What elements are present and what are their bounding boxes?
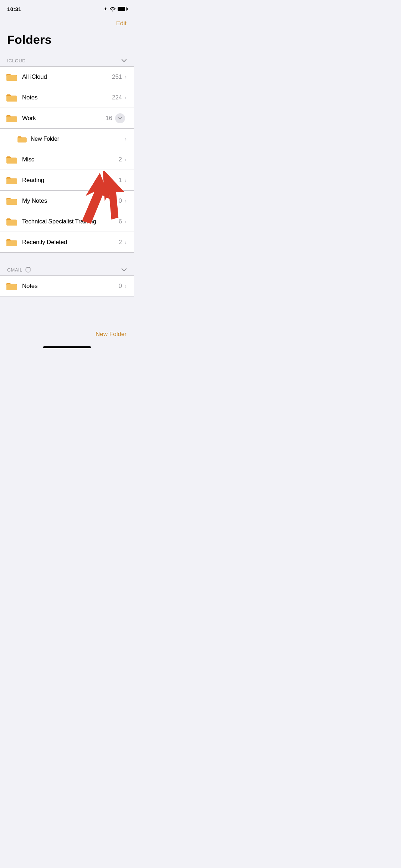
gmail-loading-spinner bbox=[25, 267, 31, 273]
folder-icon-misc bbox=[6, 155, 18, 165]
folder-item-technical[interactable]: Technical Specialist Training 6 › bbox=[0, 211, 134, 232]
bottom-bar: New Folder bbox=[0, 325, 134, 343]
folder-count-recently-deleted: 2 bbox=[119, 239, 122, 246]
folder-chevron-notes-icloud: › bbox=[125, 95, 127, 100]
folder-icon-work bbox=[6, 113, 18, 123]
folder-name-work: Work bbox=[22, 115, 106, 122]
folder-count-my-notes: 0 bbox=[119, 197, 122, 205]
folder-item-recently-deleted[interactable]: Recently Deleted 2 › bbox=[0, 232, 134, 253]
folder-name-technical: Technical Specialist Training bbox=[22, 218, 119, 225]
folder-item-misc[interactable]: Misc 2 › bbox=[0, 149, 134, 170]
folder-chevron-reading: › bbox=[125, 177, 127, 183]
icloud-section-title: ICLOUD bbox=[7, 58, 26, 63]
folder-item-notes-gmail[interactable]: Notes 0 › bbox=[0, 276, 134, 296]
status-icons: ✈ bbox=[103, 6, 127, 12]
folder-icon-all-icloud bbox=[6, 72, 18, 82]
folder-item-new-folder[interactable]: New Folder › bbox=[0, 129, 134, 149]
folder-icon-notes-gmail bbox=[6, 281, 18, 291]
work-collapse-button[interactable] bbox=[115, 113, 125, 123]
edit-button[interactable]: Edit bbox=[116, 20, 127, 27]
icloud-section: ICLOUD All iCloud 251 › bbox=[0, 55, 134, 253]
folder-chevron-misc: › bbox=[125, 157, 127, 162]
folder-chevron-all-icloud: › bbox=[125, 74, 127, 80]
folder-name-reading: Reading bbox=[22, 177, 119, 184]
folder-name-all-icloud: All iCloud bbox=[22, 73, 112, 81]
folder-item-reading[interactable]: Reading 1 › bbox=[0, 170, 134, 191]
folder-count-notes-gmail: 0 bbox=[119, 283, 122, 290]
new-folder-button[interactable]: New Folder bbox=[96, 331, 127, 338]
folder-count-technical: 6 bbox=[119, 218, 122, 225]
folder-icon-technical bbox=[6, 217, 18, 227]
folder-count-work: 16 bbox=[106, 115, 112, 122]
folder-chevron-recently-deleted: › bbox=[125, 239, 127, 245]
nav-bar: Edit bbox=[0, 16, 134, 31]
folder-icon-recently-deleted bbox=[6, 237, 18, 247]
icloud-collapse-icon bbox=[122, 59, 127, 62]
folder-name-misc: Misc bbox=[22, 156, 119, 163]
main-content: ICLOUD All iCloud 251 › bbox=[0, 52, 134, 296]
folder-count-all-icloud: 251 bbox=[112, 73, 122, 81]
icloud-folder-list: All iCloud 251 › Notes 224 › bbox=[0, 66, 134, 253]
battery-icon bbox=[118, 7, 127, 11]
folder-count-reading: 1 bbox=[119, 177, 122, 184]
home-bar bbox=[43, 346, 91, 348]
folder-name-recently-deleted: Recently Deleted bbox=[22, 239, 119, 246]
status-bar: 10:31 ✈ bbox=[0, 0, 134, 16]
folder-item-work[interactable]: Work 16 bbox=[0, 108, 134, 129]
folder-item-notes-icloud[interactable]: Notes 224 › bbox=[0, 87, 134, 108]
gmail-collapse-icon bbox=[122, 268, 127, 272]
folder-chevron-new-folder: › bbox=[125, 136, 127, 142]
folder-name-my-notes: My Notes bbox=[22, 197, 119, 205]
folder-icon-notes-icloud bbox=[6, 93, 18, 103]
folder-item-all-icloud[interactable]: All iCloud 251 › bbox=[0, 67, 134, 87]
gmail-section-title: GMAIL bbox=[7, 267, 22, 273]
folder-name-notes-gmail: Notes bbox=[22, 283, 119, 290]
gmail-section: GMAIL Notes 0 bbox=[0, 264, 134, 296]
folder-icon-new-folder bbox=[17, 135, 27, 143]
folder-name-notes-icloud: Notes bbox=[22, 94, 112, 101]
folder-count-notes-icloud: 224 bbox=[112, 94, 122, 101]
folder-count-misc: 2 bbox=[119, 156, 122, 163]
icloud-section-header[interactable]: ICLOUD bbox=[0, 55, 134, 66]
status-time: 10:31 bbox=[7, 6, 21, 12]
airplane-icon: ✈ bbox=[103, 6, 108, 12]
folder-icon-my-notes bbox=[6, 196, 18, 206]
page-title: Folders bbox=[7, 33, 127, 47]
wifi-icon bbox=[110, 7, 115, 11]
folder-chevron-notes-gmail: › bbox=[125, 283, 127, 289]
folder-item-my-notes[interactable]: My Notes 0 › bbox=[0, 191, 134, 211]
folder-chevron-my-notes: › bbox=[125, 198, 127, 204]
gmail-section-header[interactable]: GMAIL bbox=[0, 264, 134, 275]
folder-name-new-folder: New Folder bbox=[31, 136, 125, 142]
folder-icon-reading bbox=[6, 175, 18, 185]
folder-chevron-technical: › bbox=[125, 219, 127, 224]
page-title-section: Folders bbox=[0, 31, 134, 52]
home-indicator bbox=[0, 343, 134, 351]
gmail-folder-list: Notes 0 › bbox=[0, 275, 134, 296]
